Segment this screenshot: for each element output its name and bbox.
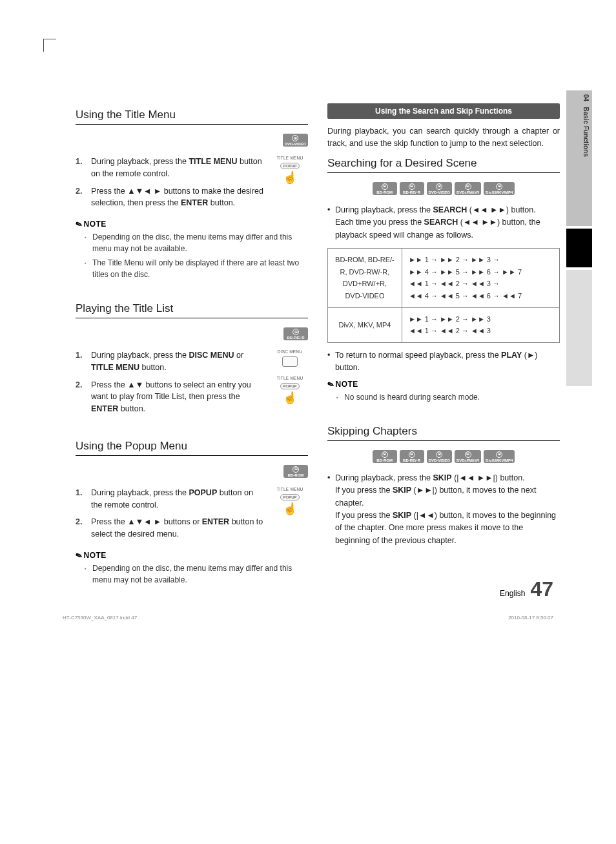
popup-button-graphic: POPUP [280, 383, 299, 389]
footer-language: English [500, 589, 525, 598]
left-column: Using the Title Menu ⦿ DVD-VIDEO During … [76, 103, 308, 588]
disc-badge: ⦿BD-ROM [373, 182, 397, 195]
table-cell: DivX, MKV, MP4 [328, 307, 402, 342]
disc-badge: ⦿ BD-ROM [283, 465, 308, 478]
popup-button-graphic: POPUP [280, 163, 299, 169]
steps-list: During playback, press the TITLE MENU bu… [76, 156, 265, 214]
chapter-number: 04 [582, 94, 590, 101]
disc-badge: ⦿BD-RE/-R [400, 450, 424, 463]
page-footer: English 47 [500, 577, 553, 601]
button-rect-graphic [282, 356, 298, 367]
table-cell: ►► 1 → ►► 2 → ►► 3 ◄◄ 1 → ◄◄ 2 → ◄◄ 3 [402, 307, 559, 342]
disc-badge: ⦿ BD-RE/-R [283, 327, 308, 340]
page-number: 47 [530, 577, 553, 601]
print-meta: HT-C7530W_XAA_0817.indd 47 2010-08-17 8:… [63, 615, 553, 621]
disc-badge: ⦿DivX/MKV/MP4 [484, 182, 515, 195]
disc-badge: ⦿BD-RE/-R [400, 182, 424, 195]
disc-label: BD-RE/-R [287, 336, 305, 340]
step-item: During playback, press the POPUP button … [76, 487, 265, 511]
hand-icon: ☝ [283, 503, 297, 515]
notes-list: Depending on the disc, the menu items ma… [76, 562, 308, 586]
disc-icon: ⦿ [465, 183, 471, 190]
remote-graphic: DISC MENU TITLE MENU POPUP ☝ [272, 349, 308, 404]
pencil-icon: ✎ [74, 219, 84, 230]
heading-title-menu: Using the Title Menu [76, 108, 308, 125]
disc-icon: ⦿ [409, 451, 415, 458]
disc-icon: ⦿ [382, 183, 388, 190]
disc-label: BD-ROM [288, 473, 304, 477]
chapter-title: Basic Functions [582, 107, 590, 156]
hand-icon: ☝ [283, 392, 297, 404]
disc-icon: ⦿ [496, 183, 502, 190]
disc-icon: ⦿ [293, 329, 299, 335]
pencil-icon: ✎ [74, 550, 84, 561]
disc-badge: ⦿ DVD-VIDEO [283, 134, 308, 147]
disc-badge: ⦿DVD-VIDEO [427, 182, 452, 195]
badge-row: ⦿ BD-RE/-R [76, 327, 308, 340]
disc-label: DVD-VIDEO [285, 142, 306, 146]
note-heading: ✎NOTE [76, 220, 308, 229]
bullet-item: To return to normal speed playback, pres… [327, 349, 560, 375]
right-column: Using the Search and Skip Functions Duri… [327, 103, 560, 588]
disc-badge: ⦿DVD-VIDEO [427, 450, 452, 463]
note-heading: ✎NOTE [76, 551, 308, 560]
crop-mark [43, 39, 56, 52]
bullet-item: During playback, press the SEARCH (◄◄ ►►… [327, 204, 560, 242]
side-tab: 04 Basic Functions [566, 90, 592, 226]
disc-icon: ⦿ [436, 451, 442, 458]
step-item: Press the ▲▼◄ ► buttons or ENTER button … [76, 516, 265, 540]
step-item: Press the ▲▼ buttons to select an entry … [76, 379, 265, 415]
intro-paragraph: During playback, you can search quickly … [327, 125, 560, 150]
graphic-label: DISC MENU [278, 349, 302, 354]
bullet-list: During playback, press the SEARCH (◄◄ ►►… [327, 204, 560, 242]
section-bar: Using the Search and Skip Functions [327, 103, 560, 119]
notes-list: Depending on the disc, the menu items ma… [76, 231, 308, 280]
steps-list: During playback, press the DISC MENU or … [76, 349, 265, 420]
disc-badge: ⦿DVD±RW/±R [455, 182, 481, 195]
disc-icon: ⦿ [465, 451, 471, 458]
disc-icon: ⦿ [409, 183, 415, 190]
step-row: During playback, press the TITLE MENU bu… [76, 156, 308, 214]
remote-graphic: TITLE MENU POPUP ☝ [272, 156, 308, 183]
speed-table: BD-ROM, BD-RE/-R, DVD-RW/-R, DVD+RW/+R, … [327, 248, 560, 343]
graphic-label: TITLE MENU [277, 376, 303, 380]
badge-row: ⦿ DVD-VIDEO [76, 134, 308, 147]
table-cell: ►► 1 → ►► 2 → ►► 3 → ►► 4 → ►► 5 → ►► 6 … [402, 248, 559, 307]
disc-icon: ⦿ [436, 183, 442, 190]
note-heading: ✎NOTE [327, 380, 560, 389]
table-cell: BD-ROM, BD-RE/-R, DVD-RW/-R, DVD+RW/+R, … [328, 248, 402, 307]
disc-badge: ⦿BD-ROM [373, 450, 397, 463]
bullet-list: To return to normal speed playback, pres… [327, 349, 560, 375]
note-item: No sound is heard during search mode. [327, 391, 560, 403]
badge-row: ⦿BD-ROM ⦿BD-RE/-R ⦿DVD-VIDEO ⦿DVD±RW/±R … [327, 182, 560, 195]
badge-row: ⦿BD-ROM ⦿BD-RE/-R ⦿DVD-VIDEO ⦿DVD±RW/±R … [327, 450, 560, 463]
step-item: Press the ▲▼◄ ► buttons to make the desi… [76, 185, 265, 210]
steps-list: During playback, press the POPUP button … [76, 487, 265, 546]
notes-list: No sound is heard during search mode. [327, 391, 560, 403]
disc-badge: ⦿DVD±RW/±R [455, 450, 481, 463]
side-tab-accent [566, 229, 592, 267]
meta-date: 2010-08-17 8:50:07 [508, 615, 553, 621]
hand-icon: ☝ [283, 172, 297, 183]
badge-row: ⦿ BD-ROM [76, 465, 308, 478]
graphic-label: TITLE MENU [277, 487, 303, 491]
disc-badge: ⦿DivX/MKV/MP4 [484, 450, 515, 463]
step-item: During playback, press the DISC MENU or … [76, 349, 265, 374]
pencil-icon: ✎ [326, 378, 336, 389]
side-tab-rail: 04 Basic Functions [566, 90, 592, 386]
graphic-label: TITLE MENU [277, 156, 303, 160]
step-row: During playback, press the POPUP button … [76, 487, 308, 546]
step-item: During playback, press the TITLE MENU bu… [76, 156, 265, 180]
side-tab-spacer [566, 270, 592, 386]
content-columns: Using the Title Menu ⦿ DVD-VIDEO During … [76, 103, 560, 588]
remote-graphic: TITLE MENU POPUP ☝ [272, 487, 308, 515]
table-row: BD-ROM, BD-RE/-R, DVD-RW/-R, DVD+RW/+R, … [328, 248, 560, 307]
note-item: The Title Menu will only be displayed if… [76, 257, 308, 280]
table-row: DivX, MKV, MP4 ►► 1 → ►► 2 → ►► 3 ◄◄ 1 →… [328, 307, 560, 342]
heading-title-list: Playing the Title List [76, 302, 308, 318]
manual-page: 04 Basic Functions Using the Title Menu … [24, 26, 592, 627]
note-item: Depending on the disc, the menu items ma… [76, 231, 308, 254]
heading-skipping: Skipping Chapters [327, 425, 560, 441]
note-item: Depending on the disc, the menu items ma… [76, 562, 308, 586]
disc-icon: ⦿ [496, 451, 502, 458]
